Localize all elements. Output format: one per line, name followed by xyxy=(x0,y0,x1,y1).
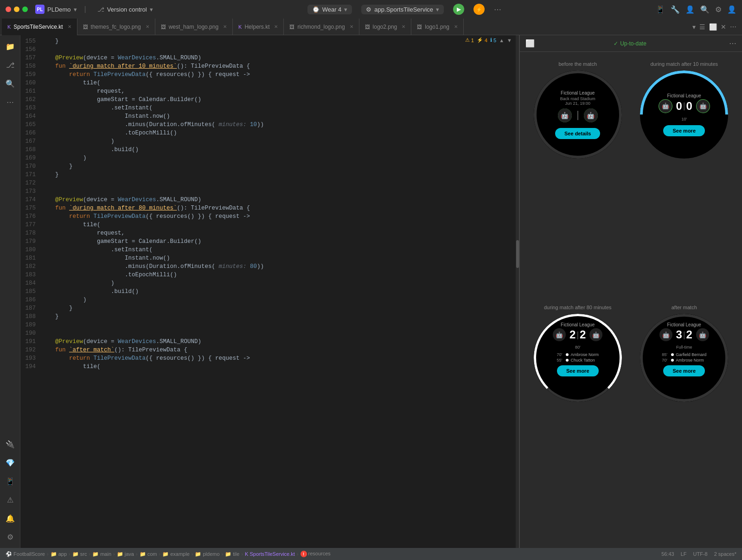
watch-ring-after xyxy=(640,314,728,402)
line-content: ) xyxy=(41,154,519,162)
editor-divider[interactable] xyxy=(519,35,519,548)
tab-bar-actions: ▾ ☰ ⬜ ✕ ⋯ xyxy=(692,23,740,31)
sdk-manager-icon[interactable]: 🔧 xyxy=(671,5,680,14)
line-number: 158 xyxy=(20,62,41,70)
code-line: 176 return TilePreviewData({ resources()… xyxy=(20,212,519,221)
settings-icon[interactable]: ⚙ xyxy=(715,5,722,14)
tab-helpers[interactable]: K Helpers.kt ✕ xyxy=(233,19,284,35)
code-line: 179 gameStart = Calendar.Builder() xyxy=(20,237,519,246)
bc-example[interactable]: 📁 example xyxy=(162,551,190,557)
error-indicator: ! xyxy=(301,551,307,557)
tab-close-button[interactable]: ✕ xyxy=(274,24,278,29)
split-editor-icon[interactable]: ⬜ xyxy=(709,23,717,31)
minimize-window-button[interactable] xyxy=(14,6,19,12)
line-content: } xyxy=(41,162,519,171)
line-content: tile( xyxy=(41,363,519,371)
bc-tile[interactable]: 📁 tile xyxy=(225,551,239,557)
more-menu-button[interactable]: ⋯ xyxy=(494,5,501,14)
tab-sportsTileService[interactable]: K SportsTileService.kt ✕ xyxy=(2,19,77,35)
tab-label: themes_fc_logo.png xyxy=(91,24,141,30)
cursor-position: 56:43 xyxy=(661,551,674,557)
debug-button[interactable]: ⚡ xyxy=(473,4,485,15)
close-window-button[interactable] xyxy=(6,6,11,12)
sidebar-gear-icon[interactable]: ⚙ xyxy=(3,529,18,544)
version-control-label: Version control xyxy=(107,6,147,13)
account-icon[interactable]: 👤 xyxy=(727,5,736,14)
preview-more-icon[interactable]: ⋯ xyxy=(729,39,736,48)
titlebar-center: ⌚ Wear 4 ▾ ⚙ app.SportsTileService ▾ ▶ ⚡… xyxy=(157,4,652,15)
sidebar-device-icon[interactable]: 📱 xyxy=(3,474,18,489)
profile-icon[interactable]: 👤 xyxy=(685,5,695,14)
tab-richmond-logo[interactable]: 🖼 richmond_logo.png ✕ xyxy=(284,19,359,35)
tab-label: Helpers.kt xyxy=(244,24,269,30)
code-line: 158 fun `during match after 10 minutes`(… xyxy=(20,62,519,70)
sidebar-notification-icon[interactable]: 🔔 xyxy=(3,511,18,526)
code-line: 188 } xyxy=(20,312,519,321)
tab-close-button[interactable]: ✕ xyxy=(454,24,458,29)
project-selector[interactable]: PL PLDemo ▾ xyxy=(35,5,77,14)
line-number: 175 xyxy=(20,204,41,212)
sidebar-more-icon[interactable]: ⋯ xyxy=(3,95,18,109)
bc-file[interactable]: K SportsTileService.kt xyxy=(245,551,295,557)
code-line: 164 Instant.now() xyxy=(20,112,519,121)
tab-close-button[interactable]: ✕ xyxy=(402,24,405,29)
tab-close-button[interactable]: ✕ xyxy=(146,24,149,29)
breadcrumb: ⚽ FootballScore › 📁 app › 📁 src › 📁 main… xyxy=(6,551,331,557)
close-all-tabs-icon[interactable]: ✕ xyxy=(721,23,726,31)
preview-status-text: Up-to-date xyxy=(620,40,646,47)
line-content: tile( xyxy=(41,79,519,87)
bc-com[interactable]: 📁 com xyxy=(140,551,157,557)
tab-list-icon[interactable]: ☰ xyxy=(699,23,705,31)
sidebar-plugin-icon[interactable]: 🔌 xyxy=(3,437,18,452)
tab-options-icon[interactable]: ⋯ xyxy=(730,23,736,31)
more-tabs-icon[interactable]: ▾ xyxy=(692,23,696,31)
code-editor[interactable]: 155 }156157 @Preview(device = WearDevice… xyxy=(20,35,519,548)
tab-logo1[interactable]: 🖼 logo1.png ✕ xyxy=(411,19,464,35)
bc-src[interactable]: 📁 src xyxy=(72,551,87,557)
code-line: 159 return TilePreviewData({ resources()… xyxy=(20,70,519,79)
run-button[interactable]: ▶ xyxy=(453,4,464,15)
sidebar-project-icon[interactable]: 📁 xyxy=(3,39,18,54)
bc-main[interactable]: 📁 main xyxy=(92,551,111,557)
bc-pldemo[interactable]: 📁 pldemo xyxy=(195,551,219,557)
preview-header: ⬜ ✓ Up-to-date ⋯ xyxy=(520,35,742,52)
device-manager-icon[interactable]: 📱 xyxy=(656,5,665,14)
line-content: .minus(Duration.ofMinutes( minutes: 80)) xyxy=(41,262,519,271)
sidebar-find-icon[interactable]: 🔍 xyxy=(3,76,18,91)
tab-close-button[interactable]: ✕ xyxy=(350,24,353,29)
code-line: 177 tile( xyxy=(20,221,519,229)
bc-project[interactable]: ⚽ FootballScore xyxy=(6,551,45,557)
version-control-selector[interactable]: ⎇ Version control ▾ xyxy=(97,6,153,13)
sidebar-vcs-icon[interactable]: ⎇ xyxy=(3,57,18,72)
line-content: } xyxy=(41,312,519,321)
tab-close-button[interactable]: ✕ xyxy=(68,24,71,29)
line-content: fun `during match after 80 minutes`(): T… xyxy=(41,204,519,212)
line-number: 166 xyxy=(20,129,41,137)
tab-themes-logo[interactable]: 🖼 themes_fc_logo.png ✕ xyxy=(77,19,155,35)
tab-close-button[interactable]: ✕ xyxy=(223,24,227,29)
maximize-window-button[interactable] xyxy=(22,6,28,12)
bc-resource[interactable]: ! resources xyxy=(301,551,331,557)
sidebar-diamond-icon[interactable]: 💎 xyxy=(3,455,18,470)
bc-app[interactable]: 📁 app xyxy=(51,551,67,557)
left-sidebar: 📁 ⎇ 🔍 ⋯ 🔌 💎 📱 ⚠ 🔔 ⚙ xyxy=(0,35,20,548)
tab-west-ham-logo[interactable]: 🖼 west_ham_logo.png ✕ xyxy=(155,19,233,35)
bc-java[interactable]: 📁 java xyxy=(117,551,134,557)
tab-label: logo2.png xyxy=(373,24,397,30)
device-selector[interactable]: ⌚ Wear 4 ▾ xyxy=(307,5,352,14)
line-content: } xyxy=(41,37,519,45)
preview-grid: before the match Fictional League Back r… xyxy=(520,52,742,548)
search-icon[interactable]: 🔍 xyxy=(700,5,710,14)
sidebar-warning-icon[interactable]: ⚠ xyxy=(3,492,18,507)
tab-label: richmond_logo.png xyxy=(297,24,345,30)
line-content: .setInstant( xyxy=(41,246,519,254)
service-selector[interactable]: ⚙ app.SportsTileService ▾ xyxy=(361,5,444,14)
tab-logo2[interactable]: 🖼 logo2.png ✕ xyxy=(359,19,412,35)
indent-settings[interactable]: 2 spaces* xyxy=(714,551,736,557)
line-number: 178 xyxy=(20,229,41,237)
line-number: 194 xyxy=(20,363,41,371)
code-line: 167 ) xyxy=(20,137,519,146)
line-number: 173 xyxy=(20,187,41,196)
statusbar-left: ⚽ FootballScore › 📁 app › 📁 src › 📁 main… xyxy=(6,551,331,557)
line-number: 186 xyxy=(20,296,41,304)
